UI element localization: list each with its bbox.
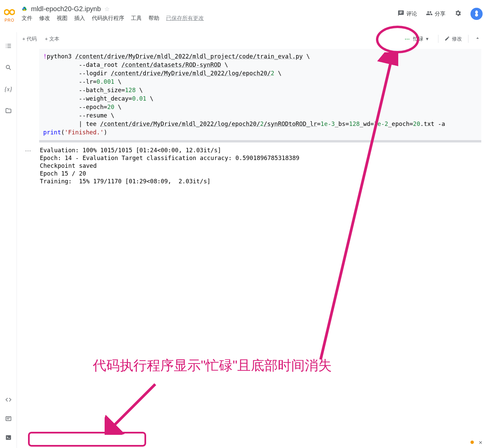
left-rail: {x} [0, 32, 17, 448]
editing-label: 修改 [452, 36, 462, 42]
comment-icon [398, 10, 404, 18]
menu-help[interactable]: 帮助 [148, 15, 159, 22]
search-icon[interactable] [5, 64, 12, 71]
code-snippets-icon[interactable] [5, 396, 12, 403]
busy-label: 忙碌 [413, 36, 423, 42]
share-icon [426, 10, 433, 18]
command-palette-icon[interactable] [5, 415, 12, 422]
annotation-rectangle [28, 432, 146, 447]
toc-icon[interactable] [5, 42, 12, 50]
add-code-button[interactable]: + 代码 [22, 36, 37, 42]
divider [468, 35, 468, 43]
menu-view[interactable]: 视图 [57, 15, 68, 22]
drive-icon [22, 6, 28, 12]
terminal-icon[interactable] [5, 434, 12, 441]
code-cell[interactable]: ⋯ ↑ ↓ ⇔ ▤ ⚙ ⧉ 🗑 ⋮ !python3 /content/driv… [22, 49, 481, 185]
status-dot-icon [470, 441, 474, 444]
svg-point-0 [4, 10, 9, 15]
colab-logo-icon [4, 6, 15, 18]
share-button[interactable]: 分享 [426, 10, 446, 18]
menu-insert[interactable]: 插入 [74, 15, 85, 22]
editing-mode-button[interactable]: 修改 [444, 36, 462, 42]
runtime-status-button[interactable]: ⋯ 忙碌 ▾ [401, 34, 432, 44]
comments-button[interactable]: 评论 [398, 10, 417, 18]
header-right: 评论 分享 [398, 8, 483, 20]
annotation-text: 代码执行程序显示"忙碌"且底部时间消失 [93, 356, 332, 375]
notebook-toolbar: + 代码 + 文本 ⋯ 忙碌 ▾ 修改 [17, 32, 486, 46]
files-icon[interactable] [5, 107, 12, 114]
menu-bar: 文件 修改 视图 插入 代码执行程序 工具 帮助 已保存所有更改 [22, 15, 398, 22]
collapse-header-icon[interactable] [475, 35, 481, 43]
star-icon[interactable]: ☆ [104, 5, 110, 13]
user-avatar[interactable] [470, 8, 483, 20]
code-editor[interactable]: !python3 /content/drive/MyDrive/mldl_202… [39, 49, 481, 140]
add-text-button[interactable]: + 文本 [45, 36, 59, 42]
cell-separator [39, 140, 481, 142]
settings-gear-icon[interactable] [454, 9, 462, 19]
chevron-down-icon: ▾ [426, 36, 429, 42]
comments-label: 评论 [406, 10, 417, 18]
file-title-area: mldl-epoch20-G2.ipynb ☆ 文件 修改 视图 插入 代码执行… [22, 5, 398, 22]
menu-tools[interactable]: 工具 [131, 15, 142, 22]
save-status[interactable]: 已保存所有更改 [166, 15, 204, 22]
divider [438, 35, 438, 43]
share-label: 分享 [435, 10, 446, 18]
file-name[interactable]: mldl-epoch20-G2.ipynb [31, 5, 101, 13]
notebook-main: ⋯ ↑ ↓ ⇔ ▤ ⚙ ⧉ 🗑 ⋮ !python3 /content/driv… [17, 46, 486, 448]
status-close-icon[interactable]: ✕ [479, 440, 483, 445]
pro-label: PRO [4, 18, 14, 23]
cell-output: Evaluation: 100% 1015/1015 [01:24<00:00,… [39, 142, 481, 185]
output-more-icon[interactable]: ⋯ [25, 147, 31, 154]
variables-icon[interactable]: {x} [5, 85, 12, 93]
svg-point-2 [6, 65, 9, 69]
header: PRO mldl-epoch20-G2.ipynb ☆ 文件 修改 视图 插入 … [0, 0, 486, 31]
menu-file[interactable]: 文件 [22, 15, 32, 22]
svg-rect-4 [6, 435, 11, 440]
pencil-icon [444, 36, 450, 42]
colab-logo[interactable]: PRO [4, 5, 15, 23]
menu-runtime[interactable]: 代码执行程序 [92, 15, 124, 22]
menu-edit[interactable]: 修改 [39, 15, 50, 22]
busy-dots-icon: ⋯ [405, 36, 410, 42]
svg-point-1 [10, 10, 15, 15]
